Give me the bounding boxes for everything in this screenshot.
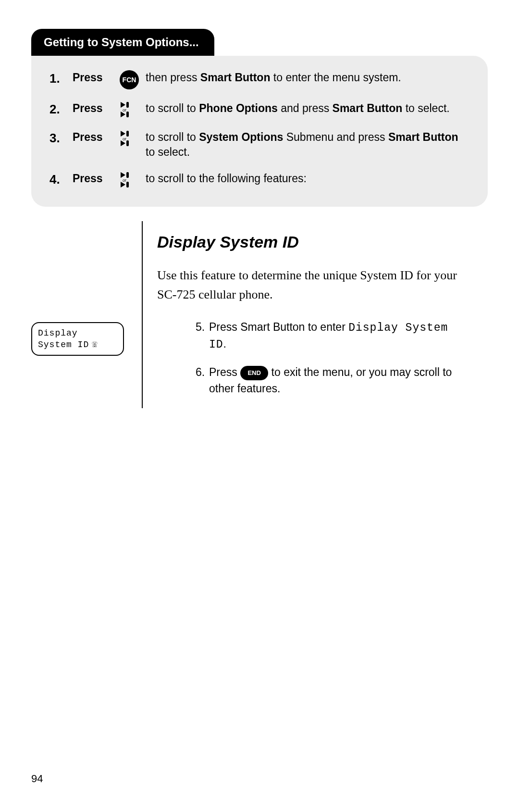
step-number: 1.	[49, 70, 70, 89]
vertical-divider	[142, 221, 143, 408]
svg-text:or: or	[123, 108, 126, 112]
text: Press	[209, 366, 240, 378]
svg-text:or: or	[123, 178, 126, 183]
end-button-icon: END	[240, 366, 268, 380]
body-columns: Display System ID☏ Display System ID Use…	[31, 221, 488, 408]
text: to scroll to	[146, 131, 199, 143]
text: Submenu and press	[283, 131, 388, 143]
svg-rect-11	[126, 172, 129, 178]
sub-step-text: Press Smart Button to enter Display Syst…	[209, 319, 469, 353]
step-text: to scroll to the following features:	[146, 171, 470, 188]
bold-text: System Options	[199, 131, 283, 143]
text: then press	[146, 71, 200, 84]
svg-marker-10	[121, 172, 125, 178]
step-text: to scroll to System Options Submenu and …	[146, 130, 470, 160]
bold-text: Phone Options	[199, 102, 278, 114]
svg-rect-14	[126, 182, 129, 187]
bold-text: Smart Button	[200, 71, 271, 84]
scroll-icon-cell: or	[120, 130, 143, 160]
instructions-box: 1. Press FCN then press Smart Button to …	[31, 56, 488, 207]
text: to scroll to the following features:	[146, 172, 307, 185]
phone-icon: ☏	[92, 339, 98, 350]
svg-rect-6	[126, 131, 129, 137]
scroll-icon: or	[120, 130, 134, 147]
bold-text: Smart Button	[388, 131, 458, 143]
sub-step-text: Press END to exit the menu, or you may s…	[209, 364, 469, 397]
step-press-label: Press	[73, 171, 117, 188]
scroll-icon-cell: or	[120, 101, 143, 118]
text: .	[223, 337, 226, 350]
section-tab: Getting to System Options...	[31, 29, 214, 56]
fcn-button-cell: FCN	[120, 70, 143, 89]
sub-step-number: 5.	[196, 319, 209, 353]
lead-paragraph: Use this feature to determine the unique…	[157, 266, 469, 305]
scroll-icon: or	[120, 171, 134, 188]
step-number: 4.	[49, 171, 70, 188]
bold-text: Smart Button	[333, 102, 403, 114]
svg-marker-0	[121, 102, 125, 108]
step-number: 2.	[49, 101, 70, 118]
text: Press Smart Button to enter	[209, 321, 348, 333]
section-heading: Display System ID	[157, 233, 469, 251]
step-press-label: Press	[73, 101, 117, 118]
svg-rect-4	[126, 112, 129, 117]
sub-step-row: 5. Press Smart Button to enter Display S…	[196, 319, 469, 353]
lcd-display: Display System ID☏	[31, 322, 124, 356]
svg-text:or: or	[123, 137, 126, 141]
step-text: then press Smart Button to enter the men…	[146, 70, 470, 89]
lcd-line: System ID☏	[38, 339, 117, 351]
lcd-line: Display	[38, 328, 117, 339]
sub-step-row: 6. Press END to exit the menu, or you ma…	[196, 364, 469, 397]
svg-marker-5	[121, 131, 125, 137]
text: to enter the menu system.	[270, 71, 401, 84]
fcn-button-icon: FCN	[120, 70, 139, 89]
right-column: Display System ID Use this feature to de…	[157, 221, 488, 408]
svg-rect-1	[126, 102, 129, 108]
scroll-icon: or	[120, 101, 134, 118]
text: and press	[278, 102, 333, 114]
step-number: 3.	[49, 130, 70, 160]
page-number: 94	[31, 773, 43, 785]
text: to scroll to	[146, 102, 199, 114]
left-column: Display System ID☏	[31, 221, 142, 408]
sub-step-number: 6.	[196, 364, 209, 397]
scroll-icon-cell: or	[120, 171, 143, 188]
lcd-line-text: System ID	[38, 340, 89, 350]
svg-rect-9	[126, 140, 129, 146]
sub-steps: 5. Press Smart Button to enter Display S…	[157, 319, 469, 397]
text: to select.	[402, 102, 449, 114]
step-press-label: Press	[73, 130, 117, 160]
step-text: to scroll to Phone Options and press Sma…	[146, 101, 470, 118]
text: to select.	[146, 146, 190, 158]
step-press-label: Press	[73, 70, 117, 89]
